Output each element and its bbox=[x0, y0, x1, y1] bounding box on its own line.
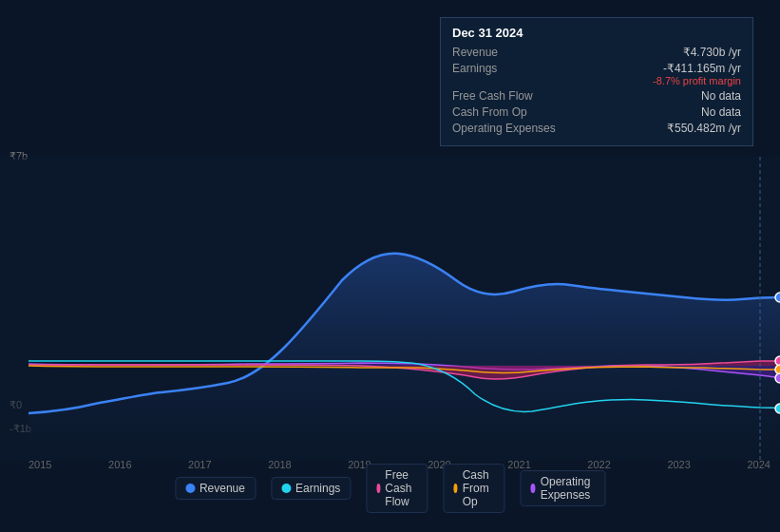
legend-label-cfo: Cash From Op bbox=[463, 468, 495, 508]
legend-dot-revenue bbox=[185, 484, 195, 493]
legend-label-fcf: Free Cash Flow bbox=[385, 468, 417, 508]
legend-earnings[interactable]: Earnings bbox=[271, 477, 351, 500]
legend-label-opex: Operating Expenses bbox=[541, 475, 595, 502]
x-label-2016: 2016 bbox=[108, 459, 131, 470]
tooltip-label-earnings: Earnings bbox=[452, 62, 566, 86]
tooltip-row-earnings: Earnings -₹411.165m /yr -8.7% profit mar… bbox=[452, 62, 741, 86]
tooltip-row-revenue: Revenue ₹4.730b /yr bbox=[452, 46, 741, 59]
tooltip-value-opex: ₹550.482m /yr bbox=[667, 122, 741, 135]
svg-point-7 bbox=[775, 373, 780, 383]
svg-point-3 bbox=[775, 293, 780, 302]
tooltip-label-cfo: Cash From Op bbox=[452, 105, 566, 119]
tooltip-label-opex: Operating Expenses bbox=[452, 122, 566, 135]
tooltip-value-revenue: ₹4.730b /yr bbox=[683, 46, 741, 59]
tooltip-row-fcf: Free Cash Flow No data bbox=[452, 89, 741, 103]
legend-label-revenue: Revenue bbox=[200, 482, 245, 495]
svg-point-4 bbox=[775, 404, 780, 413]
tooltip-date: Dec 31 2024 bbox=[452, 26, 741, 40]
legend-dot-cfo bbox=[453, 484, 457, 493]
legend-cfo[interactable]: Cash From Op bbox=[443, 464, 504, 513]
x-label-2023: 2023 bbox=[667, 459, 690, 470]
legend-label-earnings: Earnings bbox=[295, 482, 340, 495]
tooltip-value-cfo: No data bbox=[701, 105, 741, 119]
tooltip-profit-margin: -8.7% profit margin bbox=[653, 75, 741, 86]
tooltip-value-earnings: -₹411.165m /yr bbox=[653, 62, 741, 75]
legend-revenue[interactable]: Revenue bbox=[175, 477, 256, 500]
legend-dot-fcf bbox=[376, 484, 380, 493]
tooltip-label-fcf: Free Cash Flow bbox=[452, 89, 566, 103]
legend-opex[interactable]: Operating Expenses bbox=[520, 470, 605, 506]
tooltip-label-revenue: Revenue bbox=[452, 46, 566, 59]
chart-legend: Revenue Earnings Free Cash Flow Cash Fro… bbox=[175, 464, 605, 513]
legend-dot-opex bbox=[530, 484, 535, 493]
main-chart bbox=[0, 157, 780, 461]
tooltip-panel: Dec 31 2024 Revenue ₹4.730b /yr Earnings… bbox=[440, 17, 753, 146]
legend-dot-earnings bbox=[281, 484, 291, 493]
tooltip-row-opex: Operating Expenses ₹550.482m /yr bbox=[452, 122, 741, 135]
legend-fcf[interactable]: Free Cash Flow bbox=[366, 464, 428, 513]
tooltip-row-cfo: Cash From Op No data bbox=[452, 105, 741, 119]
tooltip-value-fcf: No data bbox=[701, 89, 741, 103]
x-label-2015: 2015 bbox=[29, 459, 51, 470]
x-label-2024: 2024 bbox=[747, 459, 770, 470]
